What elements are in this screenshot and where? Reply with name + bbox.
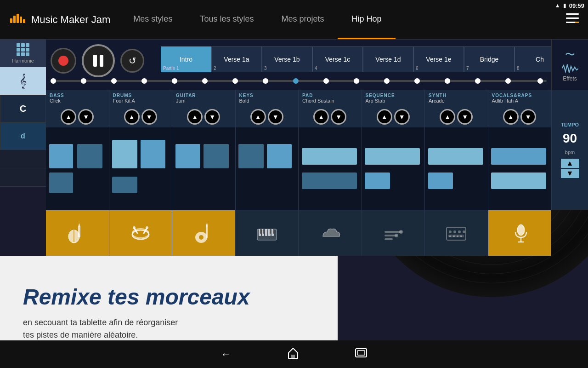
track-vocals-header: VOCALS&RAPS Adlib Hah A — [488, 90, 551, 106]
instrument-icon-sequence[interactable] — [362, 210, 425, 256]
sequence-icon — [382, 222, 405, 245]
track-synth: SYNTH Arcade ▲ ▼ — [425, 90, 488, 210]
menu-icon[interactable] — [566, 13, 579, 26]
status-bar: ▲ ▮ 09:59 — [533, 0, 588, 11]
section-verse1a[interactable]: Verse 1a 2 — [211, 46, 262, 72]
tab-mes-projets[interactable]: Mes projets — [267, 0, 338, 39]
track-pad-pattern — [299, 127, 362, 210]
track-drums-down[interactable]: ▼ — [141, 109, 157, 125]
track-vocals-up[interactable]: ▲ — [503, 109, 519, 125]
progress-dot-1 — [81, 78, 86, 84]
svg-point-17 — [133, 226, 136, 229]
section-verse1d[interactable]: Verse 1d — [363, 46, 413, 72]
remix-title: Remixe tes morceaux — [23, 285, 315, 310]
svg-rect-32 — [273, 229, 274, 234]
progress-dot-9 — [354, 78, 359, 84]
progress-dot-13 — [475, 78, 481, 84]
tempo-down-button[interactable]: ▼ — [561, 169, 579, 178]
track-keys-pattern — [236, 127, 299, 210]
progress-dot-4 — [172, 78, 177, 84]
svg-rect-3 — [20, 17, 22, 23]
grid-icon — [17, 43, 29, 56]
progress-dot-0 — [51, 78, 56, 84]
section-intro[interactable]: Intro Partie 1 — [161, 46, 211, 72]
track-synth-down[interactable]: ▼ — [457, 109, 473, 125]
transport-controls: ↺ — [51, 44, 144, 77]
svg-rect-44 — [449, 236, 451, 237]
svg-point-41 — [458, 230, 461, 233]
track-sequence-pattern — [362, 127, 425, 210]
home-button[interactable] — [287, 346, 300, 362]
instrument-icon-guitar[interactable] — [172, 210, 236, 256]
track-bass-down[interactable]: ▼ — [78, 109, 94, 125]
effects-panel[interactable]: 〜 Effets — [551, 40, 588, 90]
section-verse1c[interactable]: Verse 1c 4 — [312, 46, 363, 72]
tab-tous-les-styles[interactable]: Tous les styles — [186, 0, 267, 39]
record-button[interactable] — [51, 48, 76, 74]
record-icon — [58, 56, 68, 66]
svg-point-36 — [399, 230, 403, 234]
track-drums-header: DRUMS Four Kit A — [109, 90, 172, 106]
track-vocals-down[interactable]: ▼ — [520, 109, 536, 125]
loop-button[interactable]: ↺ — [120, 49, 144, 73]
pause-icon — [93, 55, 103, 67]
tempo-label: TEMPO — [561, 122, 579, 127]
track-sequence-down[interactable]: ▼ — [394, 109, 410, 125]
svg-rect-4 — [23, 19, 25, 23]
track-synth-up[interactable]: ▲ — [440, 109, 455, 125]
track-vocals: VOCALS&RAPS Adlib Hah A ▲ ▼ — [488, 90, 552, 210]
svg-rect-6 — [566, 17, 579, 19]
track-keys-up[interactable]: ▲ — [250, 109, 266, 125]
track-guitar-down[interactable]: ▼ — [204, 109, 220, 125]
svg-rect-8 — [575, 22, 579, 23]
track-bass-up[interactable]: ▲ — [61, 109, 76, 125]
track-synth-pattern — [425, 127, 488, 210]
track-sequence-up[interactable]: ▲ — [377, 109, 392, 125]
instrument-icon-vocals[interactable] — [488, 210, 552, 256]
harmony-grid-button[interactable]: Harmonie — [0, 40, 46, 67]
clef-symbol: 𝄞 — [0, 67, 46, 95]
track-bass-controls: ▲ ▼ — [46, 106, 109, 127]
instrument-icon-pad[interactable] — [299, 210, 362, 256]
svg-rect-26 — [265, 229, 267, 236]
progress-bar[interactable] — [51, 76, 547, 86]
svg-point-40 — [453, 230, 456, 233]
track-vocals-controls: ▲ ▼ — [488, 106, 551, 127]
svg-rect-11 — [79, 224, 80, 227]
synth-icon — [445, 222, 468, 245]
instrument-icon-drums[interactable] — [109, 210, 173, 256]
svg-point-48 — [517, 224, 525, 236]
track-keys: KEYS Bold ▲ ▼ — [236, 90, 299, 210]
tempo-up-button[interactable]: ▲ — [561, 159, 579, 168]
key-d[interactable]: d — [0, 122, 46, 150]
top-navigation: Music Maker Jam Mes styles Tous les styl… — [0, 0, 588, 40]
cloud-icon — [318, 222, 341, 245]
tab-hip-hop[interactable]: Hip Hop — [338, 0, 395, 39]
track-drums-up[interactable]: ▲ — [124, 109, 140, 125]
recents-button[interactable] — [355, 348, 368, 361]
tab-mes-styles[interactable]: Mes styles — [119, 0, 186, 39]
logo-icon — [9, 11, 27, 29]
progress-dot-2 — [111, 78, 117, 84]
svg-rect-2 — [17, 14, 19, 23]
track-guitar-controls: ▲ ▼ — [172, 106, 235, 127]
track-guitar-up[interactable]: ▲ — [187, 109, 203, 125]
track-pad-up[interactable]: ▲ — [313, 109, 329, 125]
instrument-icon-synth[interactable] — [425, 210, 488, 256]
track-vocals-pattern — [488, 127, 551, 210]
instrument-icon-bass[interactable] — [46, 210, 109, 256]
harmony-label: Harmonie — [12, 58, 34, 63]
back-button[interactable]: ← — [220, 348, 232, 361]
svg-rect-47 — [460, 236, 462, 237]
battery-icon: ▮ — [563, 2, 566, 9]
section-verse1e[interactable]: Verse 1e 6 — [413, 46, 464, 72]
track-pad-down[interactable]: ▼ — [331, 109, 346, 125]
section-bridge[interactable]: Bridge 7 — [464, 46, 514, 72]
tempo-panel: TEMPO 90 bpm ▲ ▼ — [551, 90, 588, 210]
track-keys-down[interactable]: ▼ — [268, 109, 283, 125]
svg-rect-22 — [206, 224, 208, 227]
instrument-icon-keys[interactable] — [236, 210, 299, 256]
pause-button[interactable] — [82, 44, 115, 77]
key-c[interactable]: C — [0, 95, 46, 122]
section-verse1b[interactable]: Verse 1b 3 — [262, 46, 312, 72]
